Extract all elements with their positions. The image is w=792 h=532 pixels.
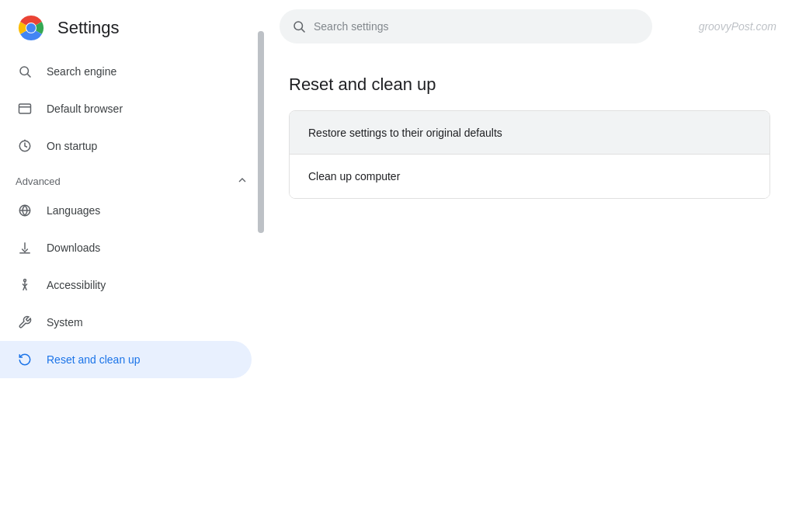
- sidebar-item-reset-clean-up[interactable]: Reset and clean up: [0, 341, 252, 378]
- sidebar-item-label-reset-clean-up: Reset and clean up: [47, 353, 141, 366]
- sidebar-nav: Search engine Default browser On startup…: [0, 53, 264, 532]
- app-container: Settings Search engine Default browser: [0, 0, 792, 532]
- clean-up-computer-label: Clean up computer: [308, 170, 400, 183]
- content-area: Reset and clean up Restore settings to t…: [264, 53, 792, 532]
- downloads-icon: [16, 238, 34, 257]
- sidebar-item-label-system: System: [47, 316, 83, 329]
- sidebar-item-downloads[interactable]: Downloads: [0, 229, 252, 266]
- sidebar-item-search-engine[interactable]: Search engine: [0, 53, 252, 90]
- clean-up-computer-row[interactable]: Clean up computer: [290, 155, 769, 198]
- sidebar-scrollbar-thumb[interactable]: [258, 31, 264, 233]
- sidebar-item-on-startup[interactable]: On startup: [0, 127, 252, 165]
- default-browser-icon: [16, 99, 34, 118]
- svg-line-17: [301, 29, 304, 32]
- svg-point-3: [20, 67, 29, 75]
- sidebar-scrollbar-track: [258, 0, 264, 532]
- languages-icon: [16, 201, 34, 220]
- svg-point-2: [26, 23, 36, 33]
- sidebar-item-default-browser[interactable]: Default browser: [0, 90, 252, 127]
- system-icon: [16, 313, 34, 332]
- settings-card: Restore settings to their original defau…: [289, 110, 770, 199]
- svg-point-16: [294, 22, 303, 30]
- sidebar-item-accessibility[interactable]: Accessibility: [0, 266, 252, 304]
- search-engine-icon: [16, 62, 34, 81]
- sidebar-item-label-accessibility: Accessibility: [47, 279, 106, 291]
- sidebar-item-label-search-engine: Search engine: [47, 65, 116, 78]
- sidebar-item-label-languages: Languages: [47, 204, 100, 217]
- reset-icon: [16, 350, 34, 369]
- search-input[interactable]: [314, 20, 640, 33]
- svg-rect-5: [19, 104, 31, 113]
- chrome-logo-icon: [16, 12, 47, 43]
- accessibility-icon: [16, 276, 34, 294]
- restore-settings-row[interactable]: Restore settings to their original defau…: [290, 111, 769, 155]
- sidebar: Settings Search engine Default browser: [0, 0, 264, 532]
- main-content: groovyPost.com Reset and clean up Restor…: [264, 0, 792, 532]
- sidebar-header: Settings: [0, 0, 264, 53]
- search-bar-container: groovyPost.com: [264, 0, 792, 53]
- restore-settings-label: Restore settings to their original defau…: [308, 127, 502, 139]
- svg-line-4: [27, 74, 30, 77]
- page-title: Reset and clean up: [289, 75, 767, 95]
- app-title: Settings: [57, 18, 120, 38]
- sidebar-item-languages[interactable]: Languages: [0, 192, 252, 229]
- sidebar-item-label-default-browser: Default browser: [47, 103, 123, 115]
- advanced-collapse-icon[interactable]: [236, 174, 248, 189]
- svg-line-15: [25, 287, 26, 290]
- sidebar-item-label-on-startup: On startup: [47, 140, 97, 152]
- advanced-section-header: Advanced: [0, 168, 264, 192]
- on-startup-icon: [16, 137, 34, 155]
- advanced-label: Advanced: [16, 176, 61, 187]
- svg-point-12: [24, 280, 26, 282]
- watermark-text: groovyPost.com: [699, 20, 776, 33]
- search-icon: [292, 19, 306, 33]
- sidebar-item-system[interactable]: System: [0, 304, 252, 341]
- sidebar-item-label-downloads: Downloads: [47, 242, 100, 254]
- search-bar[interactable]: [280, 9, 652, 43]
